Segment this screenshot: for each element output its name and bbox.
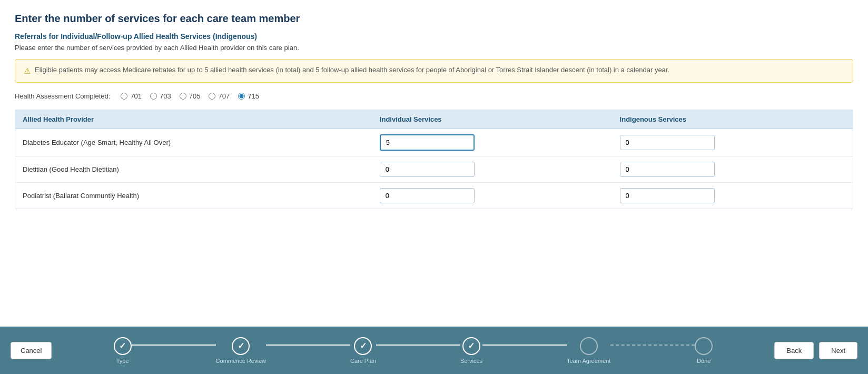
radio-label-705: 705 (189, 92, 201, 100)
step-circle-commence-review[interactable]: ✓ (232, 337, 250, 355)
radio-label-701: 701 (130, 92, 142, 100)
step-circle-done (695, 337, 713, 355)
step-services: ✓Services (460, 337, 482, 364)
alert-box: ⚠ Eligible patients may access Medicare … (15, 59, 853, 83)
radio-701[interactable] (121, 93, 127, 100)
individual-services-cell (372, 183, 613, 209)
radio-item-715[interactable]: 715 (238, 92, 259, 100)
warning-icon: ⚠ (24, 66, 31, 76)
indigenous-services-input-1[interactable] (620, 162, 715, 177)
individual-services-input-2[interactable] (380, 188, 475, 203)
indigenous-services-cell (613, 156, 853, 183)
individual-services-input-0[interactable] (380, 134, 475, 151)
check-icon: ✓ (238, 341, 244, 351)
col-individual: Individual Services (372, 110, 613, 129)
cancel-button[interactable]: Cancel (11, 342, 52, 359)
provider-cell: Podiatrist (Ballarat Communtiy Health) (15, 183, 372, 209)
health-assessment-label: Health Assessment Completed: (15, 92, 110, 100)
stepper: ✓Type✓Commence Review✓Care Plan✓Services… (62, 337, 764, 364)
nav-buttons: Back Next (774, 342, 857, 359)
radio-item-707[interactable]: 707 (209, 92, 230, 100)
provider-cell: Diabetes Educator (Age Smart, Healthy Al… (15, 129, 372, 156)
individual-services-cell (372, 156, 613, 183)
step-connector-2 (376, 345, 460, 346)
step-label-commence-review: Commence Review (216, 358, 266, 364)
individual-services-cell (372, 129, 613, 156)
alert-text: Eligible patients may access Medicare re… (35, 66, 669, 74)
table-header-row: Allied Health Provider Individual Servic… (15, 110, 853, 129)
step-done: Done (695, 337, 713, 364)
indigenous-services-cell (613, 129, 853, 156)
step-type: ✓Type (114, 337, 132, 364)
step-commence-review: ✓Commence Review (216, 337, 266, 364)
table-row: Diabetes Educator (Age Smart, Healthy Al… (15, 129, 853, 156)
check-icon: ✓ (468, 341, 475, 351)
radio-703[interactable] (150, 93, 157, 100)
table-row: Dietitian (Good Health Dietitian) (15, 156, 853, 183)
step-connector-1 (266, 345, 350, 346)
page-title: Enter the number of services for each ca… (15, 13, 853, 25)
check-icon: ✓ (360, 341, 367, 351)
indigenous-services-cell (613, 183, 853, 209)
indigenous-services-input-2[interactable] (620, 188, 715, 203)
indigenous-services-input-0[interactable] (620, 135, 715, 150)
step-care-plan: ✓Care Plan (350, 337, 376, 364)
step-circle-care-plan[interactable]: ✓ (354, 337, 372, 355)
step-circle-services[interactable]: ✓ (462, 337, 480, 355)
step-label-team-agreement: Team Agreement (567, 358, 610, 364)
section-desc: Please enter the number of services prov… (15, 44, 853, 52)
individual-services-input-1[interactable] (380, 162, 475, 177)
radio-715[interactable] (238, 93, 245, 100)
radio-item-705[interactable]: 705 (180, 92, 201, 100)
footer: Cancel ✓Type✓Commence Review✓Care Plan✓S… (0, 327, 868, 374)
step-connector-0 (132, 345, 216, 346)
step-connector-3 (482, 345, 567, 346)
provider-cell: Dietitian (Good Health Dietitian) (15, 156, 372, 183)
health-assessment-options: 701703705707715 (121, 92, 259, 100)
step-label-care-plan: Care Plan (350, 358, 376, 364)
radio-label-703: 703 (160, 92, 171, 100)
radio-item-703[interactable]: 703 (150, 92, 171, 100)
radio-707[interactable] (209, 93, 215, 100)
check-icon: ✓ (119, 341, 126, 351)
back-button[interactable]: Back (774, 342, 814, 359)
step-circle-team-agreement (580, 337, 598, 355)
radio-item-701[interactable]: 701 (121, 92, 142, 100)
radio-label-715: 715 (248, 92, 259, 100)
step-label-type: Type (116, 358, 129, 364)
next-button[interactable]: Next (819, 342, 857, 359)
section-heading: Referrals for Individual/Follow-up Allie… (15, 32, 853, 41)
step-label-done: Done (697, 358, 711, 364)
col-provider: Allied Health Provider (15, 110, 372, 129)
step-label-services: Services (460, 358, 482, 364)
step-connector-4 (610, 345, 695, 346)
main-content: Enter the number of services for each ca… (0, 0, 868, 327)
services-table: Allied Health Provider Individual Servic… (15, 110, 853, 209)
col-indigenous: Indigenous Services (613, 110, 853, 129)
health-assessment-row: Health Assessment Completed: 70170370570… (15, 92, 853, 100)
step-team-agreement: Team Agreement (567, 337, 610, 364)
radio-705[interactable] (180, 93, 186, 100)
radio-label-707: 707 (218, 92, 230, 100)
table-row: Podiatrist (Ballarat Communtiy Health) (15, 183, 853, 209)
step-circle-type[interactable]: ✓ (114, 337, 132, 355)
